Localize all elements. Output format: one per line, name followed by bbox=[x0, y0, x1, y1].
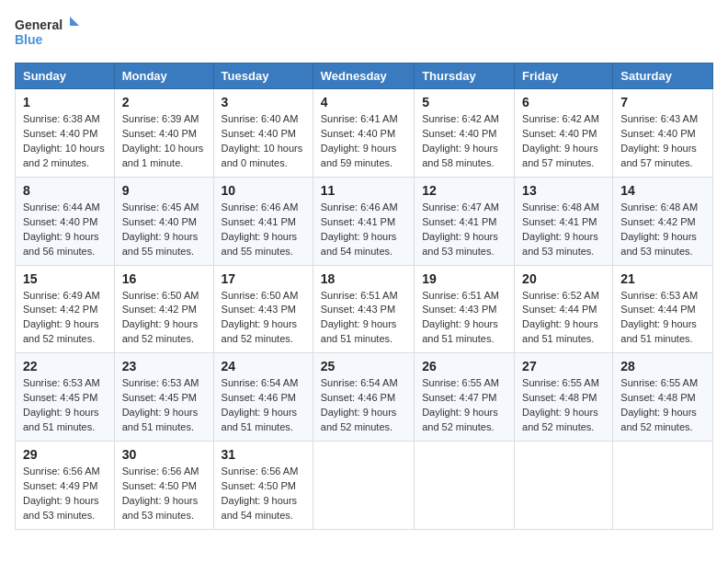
cell-content: Sunrise: 6:56 AM Sunset: 4:49 PM Dayligh… bbox=[23, 465, 107, 523]
calendar-cell: 13 Sunrise: 6:48 AM Sunset: 4:41 PM Dayl… bbox=[515, 177, 613, 265]
day-header-thursday: Thursday bbox=[415, 63, 515, 89]
logo: General Blue bbox=[15, 15, 79, 52]
sunrise-label: Sunrise: 6:42 AM bbox=[422, 113, 499, 124]
day-header-friday: Friday bbox=[515, 63, 613, 89]
calendar-cell: 2 Sunrise: 6:39 AM Sunset: 4:40 PM Dayli… bbox=[114, 89, 213, 178]
sunrise-label: Sunrise: 6:50 AM bbox=[122, 290, 199, 301]
sunset-label: Sunset: 4:40 PM bbox=[122, 128, 197, 139]
calendar-cell: 16 Sunrise: 6:50 AM Sunset: 4:42 PM Dayl… bbox=[114, 265, 213, 353]
calendar-cell: 21 Sunrise: 6:53 AM Sunset: 4:44 PM Dayl… bbox=[613, 265, 713, 353]
daylight-label: Daylight: 9 hours and 52 minutes. bbox=[222, 318, 298, 344]
day-number: 25 bbox=[321, 359, 406, 373]
daylight-label: Daylight: 9 hours and 52 minutes. bbox=[620, 407, 697, 432]
sunset-label: Sunset: 4:41 PM bbox=[321, 216, 395, 227]
cell-content: Sunrise: 6:53 AM Sunset: 4:45 PM Dayligh… bbox=[122, 376, 206, 435]
sunrise-label: Sunrise: 6:51 AM bbox=[422, 290, 499, 301]
cell-content: Sunrise: 6:53 AM Sunset: 4:45 PM Dayligh… bbox=[23, 376, 107, 435]
calendar-week-row: 15 Sunrise: 6:49 AM Sunset: 4:42 PM Dayl… bbox=[16, 265, 713, 353]
calendar-cell bbox=[313, 442, 414, 530]
day-number: 2 bbox=[122, 95, 206, 109]
day-header-sunday: Sunday bbox=[16, 63, 115, 89]
sunrise-label: Sunrise: 6:55 AM bbox=[620, 377, 698, 388]
cell-content: Sunrise: 6:40 AM Sunset: 4:40 PM Dayligh… bbox=[222, 112, 305, 171]
daylight-label: Daylight: 9 hours and 57 minutes. bbox=[522, 143, 598, 168]
sunrise-label: Sunrise: 6:50 AM bbox=[222, 290, 299, 301]
calendar-cell: 14 Sunrise: 6:48 AM Sunset: 4:42 PM Dayl… bbox=[613, 177, 713, 265]
cell-content: Sunrise: 6:52 AM Sunset: 4:44 PM Dayligh… bbox=[522, 289, 605, 348]
calendar-cell: 19 Sunrise: 6:51 AM Sunset: 4:43 PM Dayl… bbox=[415, 265, 515, 353]
cell-content: Sunrise: 6:42 AM Sunset: 4:40 PM Dayligh… bbox=[422, 112, 506, 171]
cell-content: Sunrise: 6:46 AM Sunset: 4:41 PM Dayligh… bbox=[321, 201, 406, 259]
day-number: 8 bbox=[23, 183, 107, 198]
day-number: 21 bbox=[620, 271, 705, 286]
sunset-label: Sunset: 4:41 PM bbox=[422, 216, 496, 227]
daylight-label: Daylight: 10 hours and 2 minutes. bbox=[23, 143, 105, 168]
sunrise-label: Sunrise: 6:53 AM bbox=[620, 290, 698, 301]
daylight-label: Daylight: 9 hours and 52 minutes. bbox=[23, 318, 99, 344]
sunrise-label: Sunrise: 6:55 AM bbox=[522, 377, 599, 388]
day-number: 23 bbox=[122, 359, 206, 373]
calendar-cell: 23 Sunrise: 6:53 AM Sunset: 4:45 PM Dayl… bbox=[114, 353, 213, 442]
sunset-label: Sunset: 4:45 PM bbox=[23, 392, 97, 403]
sunset-label: Sunset: 4:40 PM bbox=[522, 128, 597, 139]
daylight-label: Daylight: 9 hours and 52 minutes. bbox=[321, 407, 397, 432]
calendar-cell: 25 Sunrise: 6:54 AM Sunset: 4:46 PM Dayl… bbox=[313, 353, 414, 442]
sunrise-label: Sunrise: 6:51 AM bbox=[321, 290, 398, 301]
sunrise-label: Sunrise: 6:56 AM bbox=[222, 465, 299, 477]
calendar-cell: 3 Sunrise: 6:40 AM Sunset: 4:40 PM Dayli… bbox=[213, 89, 313, 178]
calendar-cell: 27 Sunrise: 6:55 AM Sunset: 4:48 PM Dayl… bbox=[515, 353, 613, 442]
sunset-label: Sunset: 4:40 PM bbox=[23, 216, 97, 227]
cell-content: Sunrise: 6:51 AM Sunset: 4:43 PM Dayligh… bbox=[422, 289, 506, 348]
svg-text:General: General bbox=[15, 17, 63, 32]
sunrise-label: Sunrise: 6:42 AM bbox=[522, 113, 599, 124]
day-number: 28 bbox=[620, 359, 705, 373]
sunset-label: Sunset: 4:41 PM bbox=[222, 216, 296, 227]
calendar-cell: 1 Sunrise: 6:38 AM Sunset: 4:40 PM Dayli… bbox=[16, 89, 115, 178]
cell-content: Sunrise: 6:50 AM Sunset: 4:43 PM Dayligh… bbox=[222, 289, 305, 348]
daylight-label: Daylight: 9 hours and 51 minutes. bbox=[122, 407, 199, 432]
day-header-monday: Monday bbox=[114, 63, 213, 89]
day-number: 29 bbox=[23, 447, 107, 462]
calendar-cell: 29 Sunrise: 6:56 AM Sunset: 4:49 PM Dayl… bbox=[16, 442, 115, 530]
sunrise-label: Sunrise: 6:41 AM bbox=[321, 113, 398, 124]
day-header-saturday: Saturday bbox=[613, 63, 713, 89]
calendar-cell: 15 Sunrise: 6:49 AM Sunset: 4:42 PM Dayl… bbox=[16, 265, 115, 353]
cell-content: Sunrise: 6:54 AM Sunset: 4:46 PM Dayligh… bbox=[321, 376, 406, 435]
cell-content: Sunrise: 6:54 AM Sunset: 4:46 PM Dayligh… bbox=[222, 376, 305, 435]
day-number: 20 bbox=[522, 271, 605, 286]
cell-content: Sunrise: 6:48 AM Sunset: 4:42 PM Dayligh… bbox=[620, 201, 705, 259]
sunrise-label: Sunrise: 6:47 AM bbox=[422, 201, 499, 213]
daylight-label: Daylight: 9 hours and 53 minutes. bbox=[122, 495, 199, 521]
daylight-label: Daylight: 10 hours and 1 minute. bbox=[122, 143, 204, 168]
cell-content: Sunrise: 6:55 AM Sunset: 4:47 PM Dayligh… bbox=[422, 376, 506, 435]
sunrise-label: Sunrise: 6:55 AM bbox=[422, 377, 499, 388]
cell-content: Sunrise: 6:53 AM Sunset: 4:44 PM Dayligh… bbox=[620, 289, 705, 348]
calendar-cell bbox=[415, 442, 515, 530]
cell-content: Sunrise: 6:47 AM Sunset: 4:41 PM Dayligh… bbox=[422, 201, 506, 259]
cell-content: Sunrise: 6:55 AM Sunset: 4:48 PM Dayligh… bbox=[522, 376, 605, 435]
cell-content: Sunrise: 6:38 AM Sunset: 4:40 PM Dayligh… bbox=[23, 112, 107, 171]
sunrise-label: Sunrise: 6:39 AM bbox=[122, 113, 199, 124]
cell-content: Sunrise: 6:50 AM Sunset: 4:42 PM Dayligh… bbox=[122, 289, 206, 348]
sunrise-label: Sunrise: 6:46 AM bbox=[222, 201, 299, 213]
cell-content: Sunrise: 6:48 AM Sunset: 4:41 PM Dayligh… bbox=[522, 201, 605, 259]
sunrise-label: Sunrise: 6:48 AM bbox=[620, 201, 698, 213]
calendar-cell: 6 Sunrise: 6:42 AM Sunset: 4:40 PM Dayli… bbox=[515, 89, 613, 178]
daylight-label: Daylight: 9 hours and 51 minutes. bbox=[23, 407, 99, 432]
calendar-week-row: 22 Sunrise: 6:53 AM Sunset: 4:45 PM Dayl… bbox=[16, 353, 713, 442]
calendar-cell: 12 Sunrise: 6:47 AM Sunset: 4:41 PM Dayl… bbox=[415, 177, 515, 265]
day-number: 10 bbox=[222, 183, 305, 198]
daylight-label: Daylight: 9 hours and 51 minutes. bbox=[620, 318, 697, 344]
calendar-cell bbox=[515, 442, 613, 530]
daylight-label: Daylight: 9 hours and 51 minutes. bbox=[522, 318, 598, 344]
day-number: 24 bbox=[222, 359, 305, 373]
sunrise-label: Sunrise: 6:54 AM bbox=[321, 377, 398, 388]
cell-content: Sunrise: 6:44 AM Sunset: 4:40 PM Dayligh… bbox=[23, 201, 107, 259]
sunrise-label: Sunrise: 6:49 AM bbox=[23, 290, 100, 301]
sunset-label: Sunset: 4:41 PM bbox=[522, 216, 597, 227]
sunrise-label: Sunrise: 6:54 AM bbox=[222, 377, 299, 388]
day-number: 30 bbox=[122, 447, 206, 462]
day-number: 1 bbox=[23, 95, 107, 109]
cell-content: Sunrise: 6:46 AM Sunset: 4:41 PM Dayligh… bbox=[222, 201, 305, 259]
daylight-label: Daylight: 9 hours and 56 minutes. bbox=[23, 231, 99, 257]
